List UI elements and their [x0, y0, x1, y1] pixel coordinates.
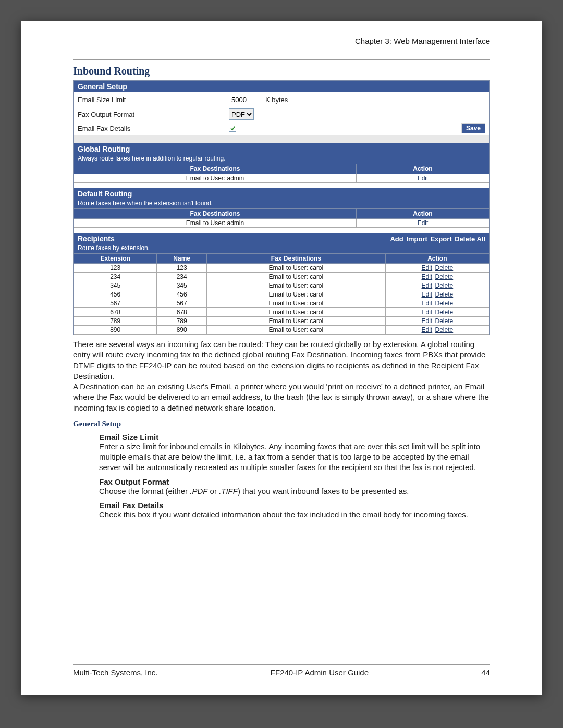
save-button[interactable]: Save: [461, 123, 485, 133]
table-row: 456456Email to User: carolEdit Delete: [74, 290, 489, 299]
check-icon: [230, 126, 236, 131]
page-title: Inbound Routing: [73, 65, 490, 77]
recipients-table: Extension Name Fax Destinations Action 1…: [74, 253, 489, 335]
cell-extension: 567: [74, 299, 157, 308]
field-desc-email-fax-details: Check this box if you want detailed info…: [99, 510, 490, 520]
default-routing-subtext: Route faxes here when the extension isn'…: [74, 200, 489, 208]
header-rule: [73, 59, 490, 60]
col-fax-destinations: Fax Destinations: [74, 164, 357, 174]
recipients-header-bar: Recipients Add Import Export Delete All: [74, 233, 489, 244]
cell-name: 789: [157, 317, 207, 326]
cell-fax-dest: Email to User: admin: [74, 219, 357, 228]
col-action: Action: [356, 164, 489, 174]
fax-output-label: Fax Output Format: [78, 110, 229, 118]
body-paragraph-2: A Destination can be an existing User's …: [73, 381, 490, 413]
email-fax-details-checkbox[interactable]: [229, 125, 236, 132]
email-size-label: Email Size Limit: [78, 96, 229, 104]
col-name: Name: [157, 254, 207, 264]
field-title-fax-output: Fax Output Format: [99, 477, 490, 486]
cell-fax-dest: Email to User: carol: [207, 299, 386, 308]
table-row: 234234Email to User: carolEdit Delete: [74, 273, 489, 281]
col-fax-destinations: Fax Destinations: [74, 209, 357, 219]
delete-link[interactable]: Delete: [435, 326, 454, 334]
cell-extension: 234: [74, 273, 157, 281]
cell-extension: 789: [74, 317, 157, 326]
cell-fax-dest: Email to User: carol: [207, 264, 386, 273]
page-footer: Multi-Tech Systems, Inc. FF240-IP Admin …: [73, 664, 490, 677]
table-row: Email to User: admin Edit: [74, 174, 489, 183]
footer-center: FF240-IP Admin User Guide: [158, 668, 482, 677]
chapter-header: Chapter 3: Web Management Interface: [73, 36, 490, 46]
import-link[interactable]: Import: [406, 235, 427, 243]
export-link[interactable]: Export: [430, 235, 451, 243]
table-row: 123123Email to User: carolEdit Delete: [74, 264, 489, 273]
edit-link[interactable]: Edit: [422, 273, 433, 280]
delete-link[interactable]: Delete: [435, 264, 454, 272]
cell-fax-dest: Email to User: carol: [207, 326, 386, 335]
cell-fax-dest: Email to User: carol: [207, 308, 386, 317]
add-link[interactable]: Add: [390, 235, 403, 243]
edit-link[interactable]: Edit: [422, 326, 433, 334]
cell-extension: 678: [74, 308, 157, 317]
cell-name: 567: [157, 299, 207, 308]
col-extension: Extension: [74, 254, 157, 264]
edit-link[interactable]: Edit: [422, 282, 433, 289]
cell-name: 890: [157, 326, 207, 335]
delete-link[interactable]: Delete: [435, 291, 454, 298]
field-desc-fax-output: Choose the format (either .PDF or .TIFF)…: [99, 486, 490, 497]
cell-fax-dest: Email to User: carol: [207, 281, 386, 290]
footer-page-number: 44: [481, 668, 490, 677]
general-setup-header: General Setup: [74, 81, 489, 92]
global-routing-table: Fax Destinations Action Email to User: a…: [74, 164, 489, 183]
recipients-subtext: Route faxes by extension.: [74, 244, 489, 253]
cell-name: 678: [157, 308, 207, 317]
edit-link[interactable]: Edit: [422, 264, 433, 272]
table-row: 678678Email to User: carolEdit Delete: [74, 308, 489, 317]
edit-link[interactable]: Edit: [422, 317, 433, 325]
cell-extension: 456: [74, 290, 157, 299]
general-setup-panel: General Setup Email Size Limit K bytes F…: [73, 80, 490, 335]
edit-link[interactable]: Edit: [422, 309, 433, 316]
cell-extension: 123: [74, 264, 157, 273]
col-action: Action: [356, 209, 489, 219]
cell-name: 234: [157, 273, 207, 281]
table-row: 890890Email to User: carolEdit Delete: [74, 326, 489, 335]
field-desc-email-size: Enter a size limit for inbound emails in…: [99, 441, 490, 473]
delete-link[interactable]: Delete: [435, 309, 454, 316]
edit-link[interactable]: Edit: [418, 219, 429, 227]
field-title-email-size: Email Size Limit: [99, 433, 490, 441]
email-size-input[interactable]: [229, 94, 262, 105]
delete-link[interactable]: Delete: [435, 300, 454, 307]
fax-output-select[interactable]: PDF: [229, 108, 254, 120]
email-size-unit: K bytes: [265, 96, 288, 104]
table-row: 789789Email to User: carolEdit Delete: [74, 317, 489, 326]
cell-fax-dest: Email to User: carol: [207, 273, 386, 281]
cell-extension: 345: [74, 281, 157, 290]
delete-link[interactable]: Delete: [435, 273, 454, 280]
field-title-email-fax-details: Email Fax Details: [99, 501, 490, 510]
document-page: Chapter 3: Web Management Interface Inbo…: [21, 21, 542, 695]
email-fax-details-label: Email Fax Details: [78, 125, 229, 132]
body-paragraph-1: There are several ways an incoming fax c…: [73, 339, 490, 381]
col-fax-destinations: Fax Destinations: [207, 254, 386, 264]
edit-link[interactable]: Edit: [422, 300, 433, 307]
cell-name: 456: [157, 290, 207, 299]
recipients-header: Recipients: [78, 235, 115, 243]
global-routing-subtext: Always route faxes here in addition to r…: [74, 155, 489, 164]
col-action: Action: [385, 254, 489, 264]
default-routing-header: Default Routing: [74, 188, 489, 200]
cell-fax-dest: Email to User: carol: [207, 290, 386, 299]
table-row: 567567Email to User: carolEdit Delete: [74, 299, 489, 308]
panel-spacer: [74, 135, 489, 143]
edit-link[interactable]: Edit: [418, 175, 429, 182]
cell-fax-dest: Email to User: admin: [74, 174, 357, 183]
delete-link[interactable]: Delete: [435, 282, 454, 289]
default-routing-table: Fax Destinations Action Email to User: a…: [74, 208, 489, 228]
delete-link[interactable]: Delete: [435, 317, 454, 325]
footer-left: Multi-Tech Systems, Inc.: [73, 668, 158, 677]
cell-extension: 890: [74, 326, 157, 335]
delete-all-link[interactable]: Delete All: [455, 235, 485, 243]
global-routing-header: Global Routing: [74, 143, 489, 155]
edit-link[interactable]: Edit: [422, 291, 433, 298]
field-descriptions: Email Size Limit Enter a size limit for …: [99, 433, 490, 520]
